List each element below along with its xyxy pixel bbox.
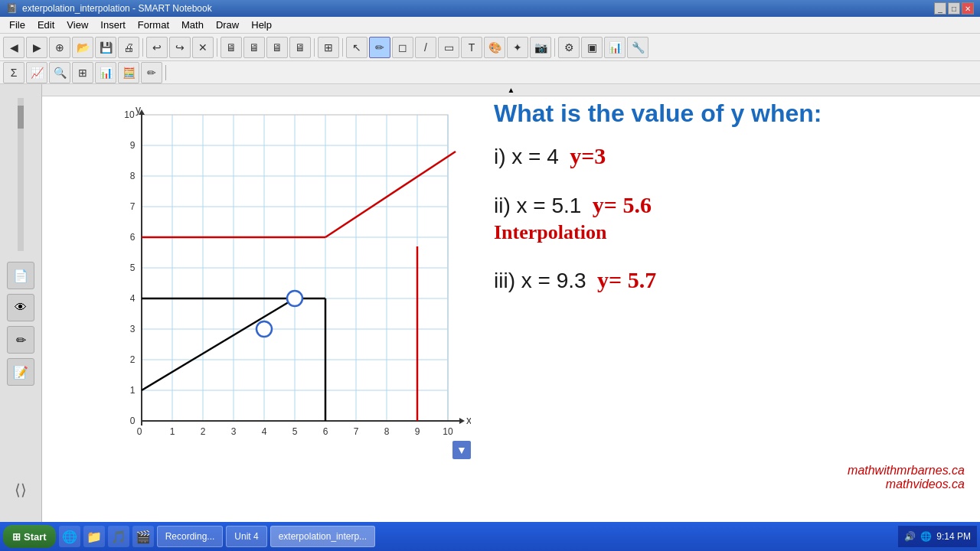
app-icon: 📓: [6, 3, 18, 14]
svg-text:9: 9: [415, 426, 420, 437]
table-tool[interactable]: ⊞: [72, 62, 93, 83]
svg-text:5: 5: [292, 426, 298, 437]
svg-text:0: 0: [137, 426, 142, 437]
screen-btn3[interactable]: 🖥: [266, 37, 288, 58]
menu-format[interactable]: Format: [132, 18, 175, 32]
redo-button[interactable]: ↪: [169, 37, 191, 58]
maximize-button[interactable]: □: [948, 2, 960, 15]
menu-edit[interactable]: Edit: [31, 18, 60, 32]
print-button[interactable]: 🖨: [118, 37, 139, 58]
close-button[interactable]: ✕: [962, 2, 974, 15]
highlighter-button[interactable]: ✦: [507, 37, 528, 58]
question-part3-text: iii) x = 9.3: [494, 269, 586, 292]
menu-bar: File Edit View Insert Format Math Draw H…: [0, 17, 980, 34]
taskbar-notebook-label: exterpolation_interp...: [279, 531, 367, 542]
pointer-button[interactable]: ↖: [346, 37, 368, 58]
svg-text:2: 2: [130, 354, 136, 365]
title-bar: 📓 exterpolation_interpolation - SMART No…: [0, 0, 980, 17]
question-part-2: ii) x = 5.1 y= 5.6 Interpolation: [494, 192, 969, 244]
taskbar-film-icon[interactable]: 🎬: [132, 526, 154, 547]
forward-button[interactable]: ▶: [26, 37, 47, 58]
svg-marker-22: [459, 418, 465, 424]
pen-button[interactable]: ✏: [369, 37, 390, 58]
menu-math[interactable]: Math: [175, 18, 210, 32]
erase-button[interactable]: ◻: [392, 37, 413, 58]
scroll-bar-top[interactable]: ▲: [42, 84, 980, 96]
menu-view[interactable]: View: [60, 18, 94, 32]
chart-tool[interactable]: 📊: [95, 62, 116, 83]
text-content-area: What is the value of y when: i) x = 4 y=…: [494, 99, 969, 307]
sep3: [314, 38, 315, 57]
graph-container: x y 0 1 2 3 4 5 6 7 8 9 10 0 1 2 3: [119, 107, 471, 459]
calc-tool[interactable]: 🧮: [118, 62, 139, 83]
svg-text:0: 0: [130, 416, 136, 426]
svg-text:8: 8: [130, 171, 136, 181]
sidebar-pen-btn[interactable]: ✏: [7, 326, 34, 354]
screen-btn1[interactable]: 🖥: [220, 37, 242, 58]
taskbar-recording-label: Recording...: [165, 531, 215, 542]
menu-insert[interactable]: Insert: [94, 18, 132, 32]
new-button[interactable]: ⊕: [49, 37, 70, 58]
screen-btn2[interactable]: 🖥: [243, 37, 265, 58]
screen-btn4[interactable]: 🖥: [289, 37, 311, 58]
delete-button[interactable]: ✕: [192, 37, 214, 58]
taskbar-folder-icon[interactable]: 📁: [83, 526, 105, 547]
taskbar: ⊞ Start 🌐 📁 🎵 🎬 Recording... Unit 4 exte…: [0, 522, 980, 551]
open-button[interactable]: 📂: [72, 37, 93, 58]
svg-point-52: [256, 321, 272, 337]
scroll-track[interactable]: [18, 98, 24, 251]
grid-button[interactable]: ⊞: [318, 37, 339, 58]
text-button[interactable]: T: [461, 37, 482, 58]
undo-button[interactable]: ↩: [146, 37, 168, 58]
svg-text:1: 1: [170, 426, 175, 437]
taskbar-media-icon[interactable]: 🎵: [108, 526, 129, 547]
menu-draw[interactable]: Draw: [210, 18, 245, 32]
system-tray: 🔊 🌐 9:14 PM: [898, 526, 977, 547]
sidebar-view-btn[interactable]: 👁: [7, 294, 34, 321]
svg-text:6: 6: [323, 426, 328, 437]
gallery-button[interactable]: 📊: [604, 37, 626, 58]
svg-text:7: 7: [130, 201, 136, 212]
graph-svg: x y 0 1 2 3 4 5 6 7 8 9 10 0 1 2 3: [119, 107, 471, 459]
search-tool[interactable]: 🔍: [49, 62, 70, 83]
sum-button[interactable]: Σ: [3, 62, 24, 83]
graph-scroll-button[interactable]: ▼: [452, 441, 471, 459]
watermark-line1: mathwithmrbarnes.ca: [848, 464, 965, 478]
shape-button[interactable]: ▭: [438, 37, 459, 58]
svg-text:3: 3: [231, 426, 237, 437]
svg-text:2: 2: [201, 426, 206, 437]
svg-text:9: 9: [130, 140, 136, 151]
sidebar-page-btn[interactable]: 📄: [7, 262, 34, 289]
taskbar-ie-icon[interactable]: 🌐: [59, 526, 80, 547]
line-button[interactable]: /: [415, 37, 436, 58]
menu-help[interactable]: Help: [245, 18, 278, 32]
scroll-thumb[interactable]: [18, 106, 24, 129]
save-button[interactable]: 💾: [95, 37, 116, 58]
back-button[interactable]: ◀: [3, 37, 24, 58]
sidebar-note-btn[interactable]: 📝: [7, 358, 34, 386]
menu-file[interactable]: File: [3, 18, 31, 32]
taskbar-item-unit4[interactable]: Unit 4: [226, 526, 266, 547]
svg-text:6: 6: [130, 232, 136, 243]
svg-text:4: 4: [130, 293, 136, 304]
taskbar-item-notebook[interactable]: exterpolation_interp...: [270, 526, 375, 547]
settings-button[interactable]: ⚙: [558, 37, 580, 58]
tray-icon2: 🌐: [920, 531, 932, 542]
sep2: [217, 38, 217, 57]
camera-button[interactable]: 📷: [530, 37, 551, 58]
graph-tool[interactable]: 📈: [26, 62, 47, 83]
minimize-button[interactable]: _: [934, 2, 946, 15]
svg-text:7: 7: [354, 426, 359, 437]
taskbar-unit4-label: Unit 4: [234, 531, 258, 542]
watermark-line2: mathvideos.ca: [848, 478, 965, 491]
start-button[interactable]: ⊞ Start: [3, 525, 56, 548]
taskbar-item-recording[interactable]: Recording...: [157, 526, 224, 547]
resource-button[interactable]: ▣: [581, 37, 603, 58]
svg-text:10: 10: [124, 109, 135, 120]
fill-button[interactable]: 🎨: [484, 37, 505, 58]
sidebar-arrows[interactable]: ⟨⟩: [15, 481, 27, 499]
pen-tool2[interactable]: ✏: [141, 62, 162, 83]
tools-button[interactable]: 🔧: [627, 37, 648, 58]
sep1: [142, 38, 143, 57]
title-bar-controls[interactable]: _ □ ✕: [934, 2, 974, 15]
